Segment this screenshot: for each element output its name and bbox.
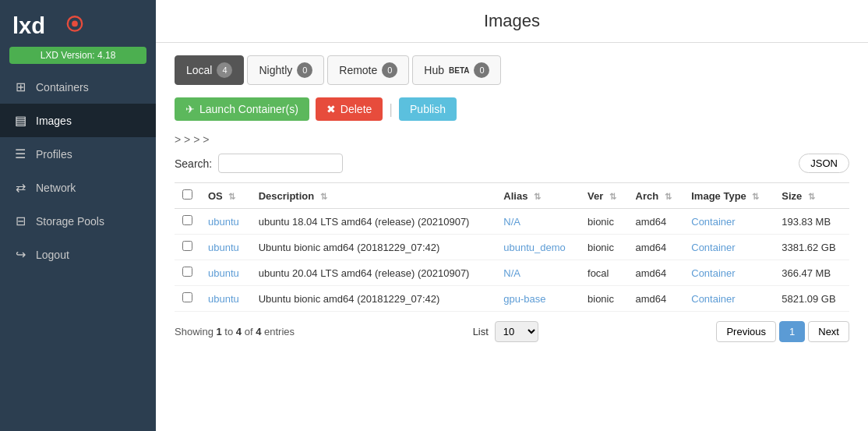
alias-link[interactable]: N/A bbox=[503, 216, 520, 228]
os-link[interactable]: ubuntu bbox=[208, 293, 239, 305]
cell-os: ubuntu bbox=[200, 286, 251, 312]
cell-os: ubuntu bbox=[200, 260, 251, 286]
table-row: ubuntu Ubuntu bionic amd64 (20181229_07:… bbox=[175, 286, 849, 312]
sidebar-item-label: Containers bbox=[36, 81, 89, 94]
type-link[interactable]: Container bbox=[691, 293, 735, 305]
col-os: OS ⇅ bbox=[200, 183, 251, 209]
total-count: 4 bbox=[256, 326, 261, 337]
cell-arch: amd64 bbox=[628, 260, 684, 286]
sidebar-item-images[interactable]: ▤ Images bbox=[0, 104, 156, 137]
tab-remote-label: Remote bbox=[339, 64, 377, 76]
publish-button[interactable]: Publish bbox=[399, 97, 457, 121]
storage-icon: ⊟ bbox=[12, 214, 28, 228]
col-image-type: Image Type ⇅ bbox=[683, 183, 774, 209]
col-size: Size ⇅ bbox=[774, 183, 849, 209]
arch-sort-icon: ⇅ bbox=[665, 192, 672, 201]
cell-description: Ubuntu bionic amd64 (20181229_07:42) bbox=[251, 235, 496, 260]
tab-remote-badge: 0 bbox=[382, 62, 397, 78]
logo-icon: lxd bbox=[12, 11, 90, 39]
alias-link[interactable]: ubuntu_demo bbox=[503, 242, 566, 253]
tab-bar: Local 4 Nightly 0 Remote 0 HubBETA 0 bbox=[175, 55, 849, 85]
previous-button[interactable]: Previous bbox=[716, 321, 776, 342]
row-checkbox[interactable] bbox=[182, 241, 192, 251]
alias-link[interactable]: gpu-base bbox=[503, 293, 545, 305]
search-input[interactable] bbox=[218, 154, 343, 173]
sidebar-item-storage[interactable]: ⊟ Storage Pools bbox=[0, 204, 156, 238]
cell-os: ubuntu bbox=[200, 235, 251, 260]
svg-text:lxd: lxd bbox=[12, 13, 45, 38]
sidebar-item-network[interactable]: ⇄ Network bbox=[0, 171, 156, 204]
tab-local-label: Local bbox=[186, 64, 212, 76]
next-button[interactable]: Next bbox=[808, 321, 849, 342]
cell-alias: N/A bbox=[496, 260, 580, 286]
tab-hub[interactable]: HubBETA 0 bbox=[412, 55, 501, 85]
cell-size: 5821.09 GB bbox=[774, 286, 849, 312]
sidebar-nav: ⊞ Containers ▤ Images ☰ Profiles ⇄ Netwo… bbox=[0, 70, 156, 431]
type-link[interactable]: Container bbox=[691, 267, 735, 279]
main-content: Local 4 Nightly 0 Remote 0 HubBETA 0 bbox=[156, 43, 868, 431]
cell-os: ubuntu bbox=[200, 209, 251, 235]
launch-icon: ✈ bbox=[185, 103, 195, 115]
launch-container-button[interactable]: ✈ Launch Container(s) bbox=[175, 97, 309, 121]
images-table: OS ⇅ Description ⇅ Alias ⇅ Ver bbox=[175, 182, 849, 312]
cell-alias: gpu-base bbox=[496, 286, 580, 312]
search-area: Search: bbox=[175, 154, 343, 173]
page-1-button[interactable]: 1 bbox=[779, 321, 805, 342]
sidebar-item-logout[interactable]: ↪ Logout bbox=[0, 238, 156, 271]
row-checkbox-cell bbox=[175, 286, 200, 312]
type-sort-icon: ⇅ bbox=[752, 192, 759, 201]
row-checkbox[interactable] bbox=[182, 215, 192, 225]
table-row: ubuntu Ubuntu bionic amd64 (20181229_07:… bbox=[175, 235, 849, 260]
svg-point-2 bbox=[72, 21, 78, 27]
cell-ver: focal bbox=[580, 260, 628, 286]
cell-size: 3381.62 GB bbox=[774, 235, 849, 260]
cell-ver: bionic bbox=[580, 286, 628, 312]
row-checkbox[interactable] bbox=[182, 267, 192, 277]
cell-arch: amd64 bbox=[628, 286, 684, 312]
os-sort-icon: ⇅ bbox=[228, 192, 235, 201]
version-badge: LXD Version: 4.18 bbox=[9, 47, 146, 64]
alias-sort-icon: ⇅ bbox=[534, 192, 541, 201]
os-link[interactable]: ubuntu bbox=[208, 267, 239, 279]
alias-link[interactable]: N/A bbox=[503, 267, 520, 279]
list-control: List 10 25 50 100 bbox=[473, 321, 538, 342]
table-footer: Showing 1 to 4 of 4 entries List 10 25 5… bbox=[175, 312, 849, 342]
pagination: Previous 1 Next bbox=[716, 321, 849, 342]
logout-icon: ↪ bbox=[12, 247, 28, 262]
list-size-select[interactable]: 10 25 50 100 bbox=[495, 321, 538, 342]
cell-image-type: Container bbox=[683, 286, 774, 312]
search-row: Search: JSON bbox=[175, 154, 849, 173]
breadcrumb: > > > > bbox=[175, 133, 849, 146]
toolbar: ✈ Launch Container(s) ✖ Delete | Publish bbox=[175, 97, 849, 121]
tab-nightly-label: Nightly bbox=[259, 64, 292, 76]
cell-ver: bionic bbox=[580, 235, 628, 260]
toolbar-separator: | bbox=[389, 101, 393, 118]
range-start: 1 bbox=[217, 326, 222, 337]
json-button[interactable]: JSON bbox=[799, 154, 849, 173]
delete-button[interactable]: ✖ Delete bbox=[316, 97, 383, 121]
cell-description: ubuntu 20.04 LTS amd64 (release) (202109… bbox=[251, 260, 496, 286]
cell-image-type: Container bbox=[683, 260, 774, 286]
cell-size: 366.47 MB bbox=[774, 260, 849, 286]
tab-nightly[interactable]: Nightly 0 bbox=[247, 55, 324, 85]
sidebar-item-containers[interactable]: ⊞ Containers bbox=[0, 70, 156, 104]
tab-local[interactable]: Local 4 bbox=[175, 55, 244, 85]
row-checkbox[interactable] bbox=[182, 292, 192, 302]
os-link[interactable]: ubuntu bbox=[208, 242, 239, 253]
delete-icon: ✖ bbox=[326, 103, 336, 115]
cell-alias: N/A bbox=[496, 209, 580, 235]
row-checkbox-cell bbox=[175, 209, 200, 235]
sidebar-item-profiles[interactable]: ☰ Profiles bbox=[0, 137, 156, 171]
size-sort-icon: ⇅ bbox=[808, 192, 815, 201]
select-all-checkbox[interactable] bbox=[182, 189, 192, 200]
sidebar-item-label: Logout bbox=[36, 249, 69, 261]
type-link[interactable]: Container bbox=[691, 242, 735, 253]
tab-remote[interactable]: Remote 0 bbox=[327, 55, 409, 85]
sidebar-item-label: Profiles bbox=[36, 148, 72, 161]
tab-hub-label: Hub bbox=[424, 64, 444, 76]
page-title: Images bbox=[156, 0, 868, 43]
network-icon: ⇄ bbox=[12, 180, 28, 195]
os-link[interactable]: ubuntu bbox=[208, 216, 239, 228]
type-link[interactable]: Container bbox=[691, 216, 735, 228]
cell-image-type: Container bbox=[683, 209, 774, 235]
